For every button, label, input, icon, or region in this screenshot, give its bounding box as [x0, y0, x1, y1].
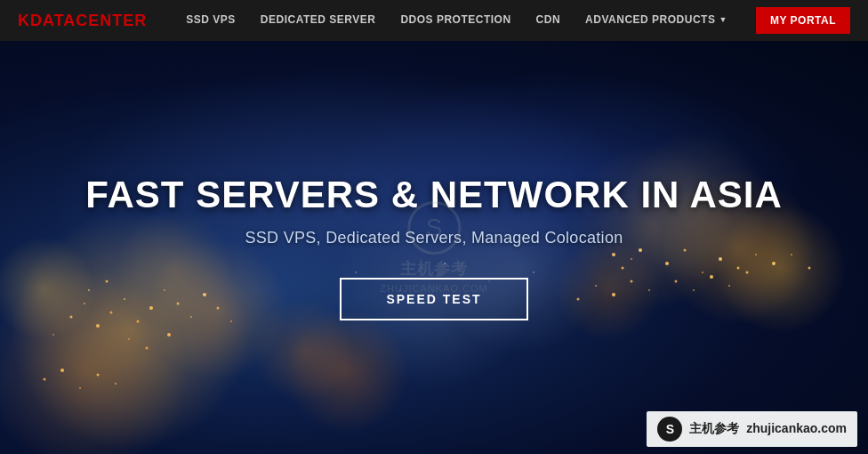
speed-test-button[interactable]: SPEED TEST [340, 278, 527, 320]
nav-advanced-products[interactable]: ADVANCED PRODUCTS ▼ [573, 0, 740, 41]
nav-ssd-vps[interactable]: SSD VPS [173, 0, 248, 41]
brand-logo[interactable]: KDATACENTER [18, 12, 147, 30]
navbar: KDATACENTER SSD VPS DEDICATED SERVER DDO… [0, 0, 868, 41]
hero-section: S 主机参考 ZHUJICANKAO.COM FAST SERVERS & NE… [0, 41, 868, 454]
nav-ddos-protection[interactable]: DDOS PROTECTION [388, 0, 523, 41]
brand-prefix: K [18, 12, 30, 29]
nav-links: SSD VPS DEDICATED SERVER DDOS PROTECTION… [173, 0, 756, 41]
watermark-text-block: 主机参考 zhujicankao.com [689, 421, 847, 437]
hero-content: FAST SERVERS & NETWORK IN ASIA SSD VPS, … [85, 174, 783, 320]
watermark-brand-text: 主机参考 zhujicankao.com [689, 421, 847, 437]
watermark-logo-icon: S [657, 417, 682, 442]
my-portal-button[interactable]: MY PORTAL [756, 7, 850, 34]
watermark-badge: S 主机参考 zhujicankao.com [647, 411, 857, 447]
nav-advanced-products-label: ADVANCED PRODUCTS [585, 13, 715, 26]
watermark-url-text: zhujicankao.com [746, 421, 847, 435]
nav-cdn[interactable]: CDN [524, 0, 574, 41]
chevron-down-icon: ▼ [719, 15, 727, 24]
brand-name: DATACENTER [30, 12, 147, 29]
hero-title: FAST SERVERS & NETWORK IN ASIA [85, 174, 783, 215]
nav-dedicated-server[interactable]: DEDICATED SERVER [248, 0, 389, 41]
hero-subtitle: SSD VPS, Dedicated Servers, Managed Colo… [245, 229, 623, 247]
